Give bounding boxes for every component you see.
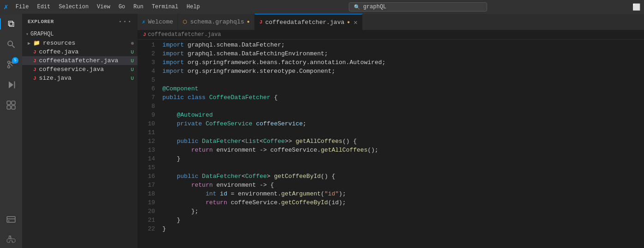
git-badge: U [131, 49, 134, 55]
code-line-17: return environment -> { [159, 181, 644, 189]
java-icon: J [33, 67, 36, 72]
svg-point-17 [10, 237, 11, 238]
tab-schema[interactable]: ⬡ schema.graphqls ● [178, 14, 255, 30]
menu-edit[interactable]: Edit [33, 3, 54, 11]
svg-rect-13 [12, 106, 15, 109]
breadcrumb-java-icon: J [143, 32, 146, 37]
explorer-title: EXPLORER [28, 19, 54, 24]
activity-explorer[interactable]: ⧉ [3, 16, 19, 32]
vscode-tab-icon: ✗ [142, 19, 145, 25]
git-badge: U [131, 67, 134, 72]
folder-graphql[interactable]: ▾ GRAPHQL [22, 30, 137, 39]
tab-label: coffeedatafetcher.java [265, 19, 345, 26]
code-line-8 [159, 102, 644, 111]
file-tree: ▶ 📁 resources J coffee.java U J coffeeda… [22, 39, 137, 83]
layout-icon[interactable]: ⬜ [632, 3, 640, 11]
tabs-bar: ✗ Welcome ⬡ schema.graphqls ● J coffeeda… [137, 14, 644, 30]
svg-point-0 [8, 41, 12, 46]
tree-item-coffeedatafetcher-java[interactable]: J coffeedatafetcher.java U [22, 56, 137, 65]
tab-label: Welcome [148, 18, 173, 25]
svg-line-1 [12, 46, 15, 48]
tab-label: schema.graphqls [190, 18, 244, 25]
tree-item-size-java[interactable]: J size.java U [22, 74, 137, 83]
java-icon: J [33, 49, 36, 55]
java-icon: J [33, 58, 36, 64]
svg-rect-11 [12, 101, 15, 105]
tree-item-label: coffee.java [39, 48, 79, 55]
code-content[interactable]: import graphql.schema.DataFetcher;import… [159, 40, 644, 248]
code-line-18: int id = environment.getArgument("id"); [159, 189, 644, 198]
code-line-16: public DataFetcher<Coffee> getCoffeeById… [159, 172, 644, 181]
code-line-13: return environment -> coffeeService.getA… [159, 146, 644, 154]
activity-python[interactable] [3, 231, 19, 248]
breadcrumb-text: coffeedatafetcher.java [148, 31, 221, 38]
folder-name: GRAPHQL [30, 31, 54, 37]
code-line-2: import graphql.schema.DataFetchingEnviro… [159, 49, 644, 58]
chevron-down-icon: ▾ [26, 31, 29, 37]
activity-bar: ⧉ 5 [0, 14, 22, 248]
modified-indicator: ● [347, 20, 350, 25]
modified-dot [131, 42, 134, 45]
svg-rect-12 [7, 106, 11, 109]
git-badge: U [131, 76, 134, 81]
tree-item-coffeeservice-java[interactable]: J coffeeservice.java U [22, 65, 137, 74]
sidebar-header: EXPLORER ··· [22, 14, 137, 30]
source-control-badge: 5 [12, 57, 18, 64]
modified-indicator: ● [247, 19, 250, 24]
activity-run[interactable] [3, 77, 19, 93]
code-line-3: import org.springframework.beans.factory… [159, 58, 644, 67]
activity-source-control[interactable]: 5 [3, 56, 19, 73]
menu-selection[interactable]: Selection [55, 3, 92, 11]
tab-welcome[interactable]: ✗ Welcome [137, 14, 178, 30]
menu-run[interactable]: Run [130, 3, 147, 11]
folder-icon: 📁 [33, 40, 40, 47]
code-line-15 [159, 163, 644, 172]
tab-coffeedatafetcher[interactable]: J coffeedatafetcher.java ● ✕ [255, 14, 363, 30]
vscode-logo: ✗ [4, 2, 8, 12]
svg-point-18 [12, 242, 12, 242]
tree-item-coffee-java[interactable]: J coffee.java U [22, 47, 137, 56]
activity-remote[interactable] [3, 211, 19, 228]
svg-point-16 [8, 220, 10, 222]
menu-bar: FileEditSelectionViewGoRunTerminalHelp [12, 3, 204, 11]
titlebar: ✗ FileEditSelectionViewGoRunTerminalHelp… [0, 0, 644, 14]
git-badge: U [131, 58, 134, 64]
editor-area: ✗ Welcome ⬡ schema.graphqls ● J coffeeda… [137, 14, 644, 248]
code-line-14: } [159, 154, 644, 163]
code-editor[interactable]: 12345678910111213141516171819202122 impo… [137, 40, 644, 248]
code-line-10: private CoffeeService coffeeService; [159, 119, 644, 128]
folder-section: ▾ GRAPHQL ▶ 📁 resources J coffee.java U … [22, 30, 137, 83]
code-line-20: }; [159, 207, 644, 216]
schema-tab-icon: ⬡ [183, 19, 187, 25]
titlebar-center: 🔍 graphQL [203, 2, 632, 12]
search-bar[interactable]: 🔍 graphQL [349, 2, 487, 12]
breadcrumb: J coffeedatafetcher.java [137, 30, 644, 40]
menu-view[interactable]: View [93, 3, 114, 11]
tree-item-label: coffeeservice.java [39, 66, 104, 73]
sidebar-more-button[interactable]: ··· [118, 18, 132, 26]
code-line-9: @Autowired [159, 111, 644, 119]
svg-point-4 [8, 66, 10, 68]
code-line-12: public DataFetcher<List<Coffee>> getAllC… [159, 137, 644, 146]
activity-extensions[interactable] [3, 97, 19, 113]
tree-item-label: resources [43, 40, 75, 47]
tab-close-button[interactable]: ✕ [354, 18, 358, 26]
svg-rect-10 [7, 101, 11, 105]
menu-go[interactable]: Go [115, 3, 129, 11]
menu-help[interactable]: Help [183, 3, 204, 11]
menu-terminal[interactable]: Terminal [148, 3, 182, 11]
sidebar: EXPLORER ··· ▾ GRAPHQL ▶ 📁 resources J c… [22, 14, 137, 248]
code-line-11 [159, 128, 644, 137]
code-line-7: public class CoffeeDataFetcher { [159, 93, 644, 102]
activity-search[interactable] [3, 36, 19, 53]
titlebar-right: ⬜ [632, 3, 640, 11]
tree-item-resources[interactable]: ▶ 📁 resources [22, 39, 137, 47]
code-line-22: } [159, 224, 644, 233]
main-layout: ⧉ 5 EXPLORER ··· ▾ GRAPHQL [0, 14, 644, 248]
code-line-5 [159, 76, 644, 84]
code-line-6: @Component [159, 84, 644, 93]
java-icon: J [33, 76, 36, 81]
menu-file[interactable]: File [12, 3, 33, 11]
java-tab-icon: J [259, 19, 262, 25]
search-icon: 🔍 [354, 4, 360, 10]
